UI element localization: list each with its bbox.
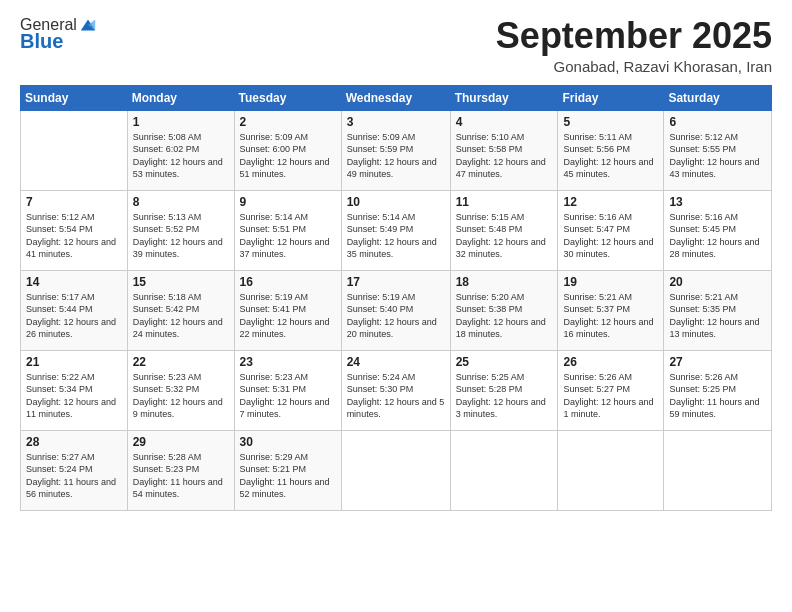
logo: General Blue [20,16,97,53]
calendar-week-row: 28Sunrise: 5:27 AMSunset: 5:24 PMDayligh… [21,430,772,510]
calendar-cell: 25Sunrise: 5:25 AMSunset: 5:28 PMDayligh… [450,350,558,430]
day-info: Sunrise: 5:15 AMSunset: 5:48 PMDaylight:… [456,211,553,261]
calendar-cell: 10Sunrise: 5:14 AMSunset: 5:49 PMDayligh… [341,190,450,270]
day-info: Sunrise: 5:26 AMSunset: 5:25 PMDaylight:… [669,371,766,421]
day-number: 6 [669,115,766,129]
day-number: 17 [347,275,445,289]
calendar-table: SundayMondayTuesdayWednesdayThursdayFrid… [20,85,772,511]
day-info: Sunrise: 5:11 AMSunset: 5:56 PMDaylight:… [563,131,658,181]
day-info: Sunrise: 5:26 AMSunset: 5:27 PMDaylight:… [563,371,658,421]
day-number: 12 [563,195,658,209]
day-info: Sunrise: 5:28 AMSunset: 5:23 PMDaylight:… [133,451,229,501]
calendar-cell: 16Sunrise: 5:19 AMSunset: 5:41 PMDayligh… [234,270,341,350]
weekday-header: Wednesday [341,85,450,110]
calendar-cell: 14Sunrise: 5:17 AMSunset: 5:44 PMDayligh… [21,270,128,350]
day-info: Sunrise: 5:29 AMSunset: 5:21 PMDaylight:… [240,451,336,501]
calendar-cell: 28Sunrise: 5:27 AMSunset: 5:24 PMDayligh… [21,430,128,510]
calendar-cell: 5Sunrise: 5:11 AMSunset: 5:56 PMDaylight… [558,110,664,190]
calendar-cell: 11Sunrise: 5:15 AMSunset: 5:48 PMDayligh… [450,190,558,270]
day-number: 29 [133,435,229,449]
day-number: 26 [563,355,658,369]
weekday-header: Tuesday [234,85,341,110]
day-info: Sunrise: 5:18 AMSunset: 5:42 PMDaylight:… [133,291,229,341]
calendar-week-row: 1Sunrise: 5:08 AMSunset: 6:02 PMDaylight… [21,110,772,190]
day-info: Sunrise: 5:23 AMSunset: 5:32 PMDaylight:… [133,371,229,421]
day-info: Sunrise: 5:09 AMSunset: 5:59 PMDaylight:… [347,131,445,181]
calendar-cell: 27Sunrise: 5:26 AMSunset: 5:25 PMDayligh… [664,350,772,430]
calendar-cell: 4Sunrise: 5:10 AMSunset: 5:58 PMDaylight… [450,110,558,190]
day-number: 2 [240,115,336,129]
day-number: 25 [456,355,553,369]
day-info: Sunrise: 5:21 AMSunset: 5:37 PMDaylight:… [563,291,658,341]
calendar-cell: 22Sunrise: 5:23 AMSunset: 5:32 PMDayligh… [127,350,234,430]
calendar-cell: 26Sunrise: 5:26 AMSunset: 5:27 PMDayligh… [558,350,664,430]
calendar-week-row: 7Sunrise: 5:12 AMSunset: 5:54 PMDaylight… [21,190,772,270]
day-info: Sunrise: 5:19 AMSunset: 5:40 PMDaylight:… [347,291,445,341]
logo-icon [79,16,97,34]
calendar-week-row: 21Sunrise: 5:22 AMSunset: 5:34 PMDayligh… [21,350,772,430]
day-number: 30 [240,435,336,449]
day-info: Sunrise: 5:21 AMSunset: 5:35 PMDaylight:… [669,291,766,341]
calendar-cell: 19Sunrise: 5:21 AMSunset: 5:37 PMDayligh… [558,270,664,350]
calendar-cell: 15Sunrise: 5:18 AMSunset: 5:42 PMDayligh… [127,270,234,350]
day-number: 20 [669,275,766,289]
day-number: 18 [456,275,553,289]
calendar-cell: 7Sunrise: 5:12 AMSunset: 5:54 PMDaylight… [21,190,128,270]
calendar-cell: 3Sunrise: 5:09 AMSunset: 5:59 PMDaylight… [341,110,450,190]
calendar-cell: 17Sunrise: 5:19 AMSunset: 5:40 PMDayligh… [341,270,450,350]
day-number: 4 [456,115,553,129]
day-info: Sunrise: 5:14 AMSunset: 5:49 PMDaylight:… [347,211,445,261]
day-number: 7 [26,195,122,209]
calendar-cell: 6Sunrise: 5:12 AMSunset: 5:55 PMDaylight… [664,110,772,190]
day-number: 14 [26,275,122,289]
calendar-cell [558,430,664,510]
day-info: Sunrise: 5:19 AMSunset: 5:41 PMDaylight:… [240,291,336,341]
calendar-cell [450,430,558,510]
calendar-cell: 8Sunrise: 5:13 AMSunset: 5:52 PMDaylight… [127,190,234,270]
day-number: 21 [26,355,122,369]
day-number: 15 [133,275,229,289]
calendar-cell [21,110,128,190]
day-info: Sunrise: 5:25 AMSunset: 5:28 PMDaylight:… [456,371,553,421]
day-info: Sunrise: 5:16 AMSunset: 5:47 PMDaylight:… [563,211,658,261]
day-info: Sunrise: 5:09 AMSunset: 6:00 PMDaylight:… [240,131,336,181]
day-info: Sunrise: 5:22 AMSunset: 5:34 PMDaylight:… [26,371,122,421]
calendar-week-row: 14Sunrise: 5:17 AMSunset: 5:44 PMDayligh… [21,270,772,350]
day-number: 27 [669,355,766,369]
location: Gonabad, Razavi Khorasan, Iran [496,58,772,75]
weekday-header: Saturday [664,85,772,110]
day-info: Sunrise: 5:23 AMSunset: 5:31 PMDaylight:… [240,371,336,421]
calendar-cell [664,430,772,510]
day-info: Sunrise: 5:10 AMSunset: 5:58 PMDaylight:… [456,131,553,181]
day-info: Sunrise: 5:20 AMSunset: 5:38 PMDaylight:… [456,291,553,341]
day-info: Sunrise: 5:12 AMSunset: 5:55 PMDaylight:… [669,131,766,181]
calendar-cell: 12Sunrise: 5:16 AMSunset: 5:47 PMDayligh… [558,190,664,270]
day-number: 1 [133,115,229,129]
calendar-cell: 21Sunrise: 5:22 AMSunset: 5:34 PMDayligh… [21,350,128,430]
day-number: 3 [347,115,445,129]
title-block: September 2025 Gonabad, Razavi Khorasan,… [496,16,772,75]
calendar-cell: 24Sunrise: 5:24 AMSunset: 5:30 PMDayligh… [341,350,450,430]
calendar-cell: 20Sunrise: 5:21 AMSunset: 5:35 PMDayligh… [664,270,772,350]
day-number: 16 [240,275,336,289]
day-info: Sunrise: 5:08 AMSunset: 6:02 PMDaylight:… [133,131,229,181]
calendar-header-row: SundayMondayTuesdayWednesdayThursdayFrid… [21,85,772,110]
calendar-cell: 23Sunrise: 5:23 AMSunset: 5:31 PMDayligh… [234,350,341,430]
day-number: 28 [26,435,122,449]
weekday-header: Monday [127,85,234,110]
calendar-cell: 30Sunrise: 5:29 AMSunset: 5:21 PMDayligh… [234,430,341,510]
month-title: September 2025 [496,16,772,56]
calendar-cell: 2Sunrise: 5:09 AMSunset: 6:00 PMDaylight… [234,110,341,190]
day-number: 23 [240,355,336,369]
day-number: 24 [347,355,445,369]
day-info: Sunrise: 5:13 AMSunset: 5:52 PMDaylight:… [133,211,229,261]
header: General Blue September 2025 Gonabad, Raz… [20,16,772,75]
day-number: 9 [240,195,336,209]
day-number: 19 [563,275,658,289]
day-info: Sunrise: 5:24 AMSunset: 5:30 PMDaylight:… [347,371,445,421]
weekday-header: Friday [558,85,664,110]
day-number: 8 [133,195,229,209]
calendar-cell: 29Sunrise: 5:28 AMSunset: 5:23 PMDayligh… [127,430,234,510]
day-number: 10 [347,195,445,209]
weekday-header: Sunday [21,85,128,110]
